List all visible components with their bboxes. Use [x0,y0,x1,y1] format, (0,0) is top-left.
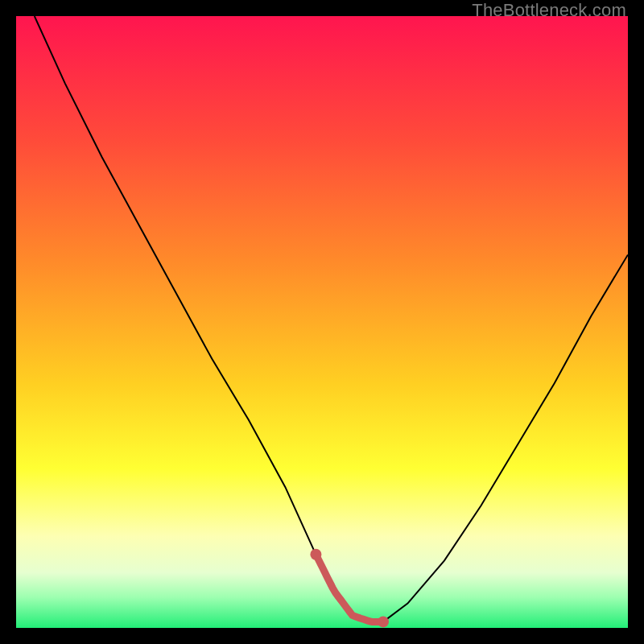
accent-dot [355,614,361,621]
accent-dot [328,582,334,588]
accent-dot [337,596,344,602]
chart-frame: TheBottleneck.com [0,0,644,644]
gradient-background [16,16,628,628]
accent-dot [310,549,321,560]
accent-dot [346,609,353,615]
accent-dot [378,616,389,627]
bottleneck-chart [16,16,628,628]
accent-dot [365,617,371,624]
plot-area [16,16,628,628]
